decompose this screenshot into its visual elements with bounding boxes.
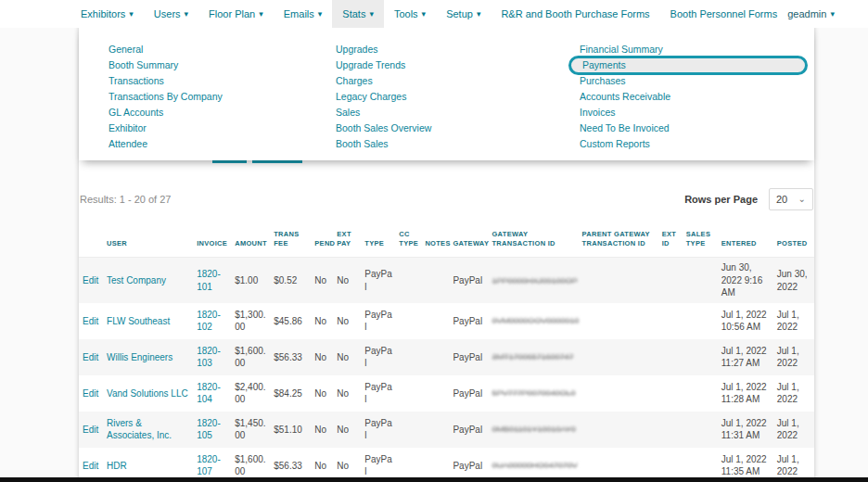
col-header-type: TYPE bbox=[361, 221, 395, 258]
menu-item-booth-sales-overview[interactable]: Booth Sales Overview bbox=[325, 120, 529, 136]
pend-cell: No bbox=[311, 303, 333, 339]
pend-cell: No bbox=[311, 339, 333, 375]
nav-item-rr-booth-purchase-forms[interactable]: R&R and Booth Purchase Forms bbox=[491, 0, 659, 28]
notes-cell bbox=[421, 303, 449, 339]
menu-item-custom-reports[interactable]: Custom Reports bbox=[568, 136, 808, 152]
menu-item-accounts-receivable[interactable]: Accounts Receivable bbox=[568, 89, 808, 105]
menu-item-booth-summary[interactable]: Booth Summary bbox=[97, 57, 301, 73]
menu-item-upgrade-trends[interactable]: Upgrade Trends bbox=[325, 57, 529, 73]
entered-cell: Jul 1, 2022 11:31 AM bbox=[718, 412, 773, 448]
edit-link[interactable]: Edit bbox=[83, 425, 98, 435]
posted-cell: Jul 1, 2022 bbox=[773, 339, 814, 375]
user-company-link[interactable]: FLW Southeast bbox=[107, 316, 170, 326]
stats-menu-column-1: General Booth Summary Transactions Trans… bbox=[97, 42, 301, 152]
menu-item-general[interactable]: General bbox=[97, 42, 301, 57]
user-company-link[interactable]: Rivers & Associates, Inc. bbox=[107, 418, 172, 441]
user-menu-geadmin[interactable]: geadmin ▾ bbox=[787, 0, 835, 28]
nav-item-tools[interactable]: Tools ▾ bbox=[384, 0, 436, 28]
edit-link[interactable]: Edit bbox=[83, 275, 98, 285]
invoice-link[interactable]: 1820-107 bbox=[197, 454, 221, 477]
invoice-link[interactable]: 1820-104 bbox=[197, 382, 221, 405]
menu-item-sales[interactable]: Sales bbox=[325, 105, 529, 120]
col-header-cc-type: CC TYPE bbox=[395, 221, 421, 258]
menu-item-need-to-be-invoiced[interactable]: Need To Be Invoiced bbox=[568, 120, 808, 136]
invoice-link[interactable]: 1820-103 bbox=[197, 346, 221, 369]
ext-id-cell bbox=[658, 412, 683, 448]
cc-type-cell bbox=[395, 375, 421, 412]
rows-per-page-value: 20 bbox=[776, 194, 787, 205]
caret-down-icon: ▾ bbox=[318, 10, 323, 19]
screenshot-bottom-edge bbox=[0, 477, 868, 482]
gateway-transaction-id-cell: 1PP0000HXJ09100OP bbox=[488, 258, 578, 303]
redacted-transaction-id: 1PP0000HXJ09100OP bbox=[491, 275, 577, 287]
invoice-link[interactable]: 1820-105 bbox=[197, 418, 221, 441]
cc-type-cell bbox=[395, 339, 421, 375]
redacted-transaction-id: 5PV777P0070040OL0 bbox=[491, 387, 575, 400]
redacted-transaction-id: 0VM0000OOV0000910 bbox=[491, 315, 579, 327]
menu-item-transactions-by-company[interactable]: Transactions By Company bbox=[97, 89, 301, 105]
cc-type-cell bbox=[395, 412, 421, 448]
trans-fee-cell: $84.25 bbox=[270, 375, 311, 412]
menu-item-transactions[interactable]: Transactions bbox=[97, 73, 301, 89]
gateway-cell: PayPal bbox=[449, 339, 488, 375]
rows-per-page-select[interactable]: 20 ⌄ bbox=[769, 188, 813, 210]
col-header-amount: AMOUNT bbox=[231, 221, 270, 258]
edit-link[interactable]: Edit bbox=[83, 316, 98, 326]
parent-gateway-transaction-id-cell bbox=[579, 375, 658, 412]
nav-item-exhibitors[interactable]: Exhibitors ▾ bbox=[70, 0, 144, 28]
menu-item-legacy-charges[interactable]: Legacy Charges bbox=[325, 89, 529, 105]
pend-cell: No bbox=[311, 258, 333, 303]
ext-pay-cell: No bbox=[333, 412, 361, 448]
gateway-cell: PayPal bbox=[449, 258, 488, 303]
payments-table: USER INVOICE AMOUNT TRANS FEE PEND EXT P… bbox=[79, 221, 814, 482]
user-company-link[interactable]: HDR bbox=[107, 461, 127, 471]
notes-cell bbox=[421, 412, 449, 448]
invoice-link[interactable]: 1820-101 bbox=[197, 269, 221, 292]
nav-item-floor-plan[interactable]: Floor Plan ▾ bbox=[198, 0, 274, 28]
nav-item-label: R&R and Booth Purchase Forms bbox=[501, 8, 649, 19]
gateway-transaction-id-cell: 0MB01101Y10010AY0 bbox=[488, 412, 578, 448]
stats-menu-column-3: Financial Summary Payments Purchases Acc… bbox=[568, 42, 808, 152]
user-company-link[interactable]: Vand Solutions LLC bbox=[107, 388, 188, 399]
table-row: Edit Vand Solutions LLC 1820-104 $2,400.… bbox=[79, 375, 814, 412]
nav-item-emails[interactable]: Emails ▾ bbox=[274, 0, 333, 28]
menu-item-charges[interactable]: Charges bbox=[325, 73, 529, 89]
menu-item-payments[interactable]: Payments bbox=[568, 56, 808, 75]
notes-cell bbox=[421, 339, 449, 375]
sales-type-cell bbox=[683, 258, 718, 303]
nav-item-booth-personnel-forms[interactable]: Booth Personnel Forms bbox=[660, 0, 788, 28]
nav-item-users[interactable]: Users ▾ bbox=[144, 0, 198, 28]
edit-link[interactable]: Edit bbox=[83, 461, 98, 471]
edit-link[interactable]: Edit bbox=[83, 352, 98, 362]
redacted-transaction-id: 3MT17006571600747 bbox=[491, 351, 573, 363]
amount-cell: $2,400.00 bbox=[231, 375, 270, 412]
user-company-link[interactable]: Test Company bbox=[107, 275, 166, 285]
user-company-link[interactable]: Willis Engineers bbox=[107, 352, 172, 362]
menu-item-upgrades[interactable]: Upgrades bbox=[325, 42, 529, 57]
menu-item-purchases[interactable]: Purchases bbox=[568, 73, 808, 89]
menu-item-booth-sales[interactable]: Booth Sales bbox=[325, 136, 529, 152]
sales-type-cell bbox=[683, 375, 718, 412]
menu-item-attendee[interactable]: Attendee bbox=[97, 136, 301, 152]
nav-item-setup[interactable]: Setup ▾ bbox=[436, 0, 491, 28]
menu-item-exhibitor[interactable]: Exhibitor bbox=[97, 120, 301, 136]
menu-item-gl-accounts[interactable]: GL Accounts bbox=[97, 105, 301, 120]
card-body: Results: 1 - 20 of 27 Rows per Page 20 ⌄… bbox=[79, 184, 814, 482]
type-cell: PayPal bbox=[361, 375, 395, 412]
menu-item-invoices[interactable]: Invoices bbox=[568, 105, 808, 120]
table-row: Edit FLW Southeast 1820-102 $1,300.00 $4… bbox=[79, 303, 814, 339]
parent-gateway-transaction-id-cell bbox=[579, 258, 658, 303]
sales-type-cell bbox=[683, 303, 718, 339]
table-row: Edit Willis Engineers 1820-103 $1,600.00… bbox=[79, 339, 814, 375]
user-menu-label: geadmin bbox=[787, 8, 826, 19]
posted-cell: Jul 1, 2022 bbox=[773, 303, 814, 339]
col-header-invoice: INVOICE bbox=[193, 221, 231, 258]
ext-pay-cell: No bbox=[333, 258, 361, 303]
type-cell: PayPal bbox=[361, 339, 395, 375]
invoice-link[interactable]: 1820-102 bbox=[197, 310, 221, 333]
nav-item-stats[interactable]: Stats ▾ bbox=[332, 0, 384, 28]
ext-pay-cell: No bbox=[333, 303, 361, 339]
col-header-gateway: GATEWAY bbox=[449, 221, 488, 258]
edit-link[interactable]: Edit bbox=[83, 388, 98, 399]
entered-cell: Jun 30, 2022 9:16 AM bbox=[718, 258, 773, 303]
